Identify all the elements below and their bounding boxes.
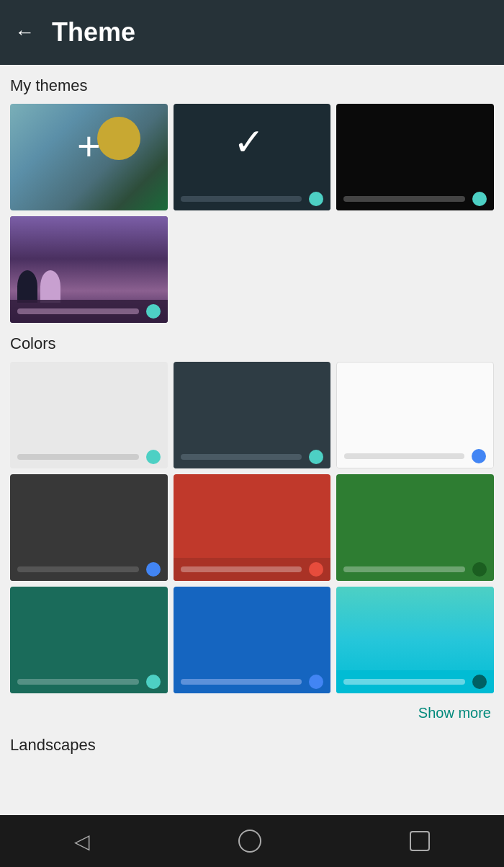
card-bar: [181, 454, 302, 460]
card-bar: [17, 566, 139, 572]
card-bottom: [174, 670, 331, 693]
card-bottom-black: [336, 187, 494, 210]
back-button[interactable]: ←: [14, 21, 35, 44]
green-theme-card[interactable]: [336, 474, 494, 581]
card-bar: [17, 679, 139, 685]
card-bottom-anime: [10, 300, 168, 323]
card-bottom: [174, 558, 331, 581]
card-bar: [343, 196, 465, 202]
home-nav-icon[interactable]: [238, 830, 261, 853]
card-bar: [181, 566, 302, 572]
card-bottom-dark: [174, 187, 331, 210]
my-themes-grid: + ✓: [10, 104, 494, 323]
anime-theme-card[interactable]: [10, 216, 168, 323]
black-theme-card[interactable]: [336, 104, 494, 210]
back-nav-icon[interactable]: ◁: [74, 830, 90, 853]
colors-grid: [10, 362, 494, 693]
colors-section-label: Colors: [10, 334, 494, 353]
card-bar: [344, 453, 464, 459]
card-bar: [17, 454, 139, 460]
add-theme-card[interactable]: +: [10, 104, 168, 210]
figure-boy: [17, 270, 37, 303]
card-dot: [146, 562, 161, 577]
card-bottom: [10, 445, 168, 468]
cyan-theme-card[interactable]: [336, 587, 494, 693]
card-dot: [146, 675, 161, 689]
card-bottom: [336, 558, 494, 581]
card-bottom: [174, 445, 331, 468]
recent-nav-icon[interactable]: [410, 831, 430, 851]
card-bottom: [336, 670, 494, 693]
teal-theme-card[interactable]: [10, 587, 168, 693]
dark-theme-card[interactable]: ✓: [174, 104, 331, 210]
white-theme-card[interactable]: [336, 362, 494, 468]
card-bar: [181, 196, 302, 202]
my-themes-section-label: My themes: [10, 76, 494, 95]
page-title: Theme: [52, 17, 135, 48]
card-bar: [181, 679, 302, 685]
plus-icon: +: [77, 126, 101, 166]
red-theme-card[interactable]: [174, 474, 331, 581]
medium-dark-theme-card[interactable]: [174, 362, 331, 468]
landscapes-section: Landscapes: [10, 736, 494, 755]
show-more-button[interactable]: Show more: [418, 705, 491, 721]
card-dot: [146, 304, 161, 319]
top-bar: ← Theme: [0, 0, 504, 65]
charcoal-theme-card[interactable]: [10, 474, 168, 581]
card-dot: [309, 562, 323, 577]
card-dot: [472, 449, 486, 463]
card-dot: [472, 562, 487, 577]
show-more-row: Show more: [10, 699, 494, 727]
checkmark-icon: ✓: [233, 120, 265, 164]
sun-decoration: [97, 117, 140, 160]
card-bar: [343, 566, 465, 572]
card-dot: [146, 450, 161, 464]
landscapes-section-label: Landscapes: [10, 736, 494, 755]
card-dot: [309, 450, 323, 464]
anime-figures: [17, 270, 60, 303]
card-dot: [309, 192, 323, 206]
card-bottom: [10, 558, 168, 581]
card-bar: [343, 679, 465, 685]
figure-girl: [40, 270, 60, 303]
card-bottom: [337, 445, 493, 468]
card-dot: [309, 675, 323, 689]
card-bottom: [10, 670, 168, 693]
nav-bar: ◁: [0, 815, 504, 867]
card-dot: [472, 192, 487, 206]
colors-section: Colors: [10, 334, 494, 727]
blue-theme-card[interactable]: [174, 587, 331, 693]
content-area: My themes + ✓: [0, 65, 504, 815]
light-gray-theme-card[interactable]: [10, 362, 168, 468]
card-dot: [472, 675, 487, 689]
card-bar: [17, 308, 139, 314]
